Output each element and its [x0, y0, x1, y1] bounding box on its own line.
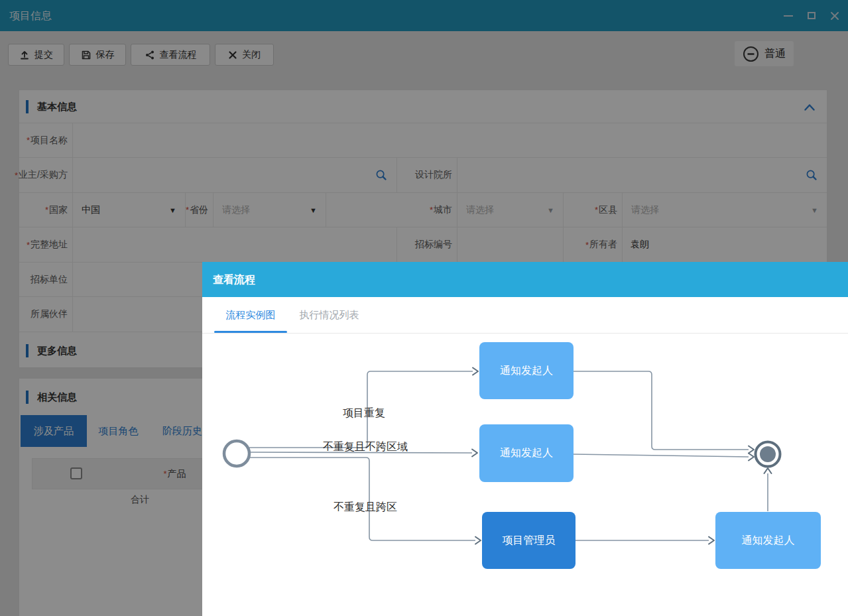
tab-process-diagram[interactable]: 流程实例图 [214, 297, 287, 333]
arrowhead [749, 446, 754, 454]
edge-label-duplicate: 项目重复 [343, 406, 385, 420]
arrowhead [709, 537, 714, 544]
view-process-modal: 查看流程 流程实例图 执行情况列表 [202, 262, 848, 616]
arrowhead [475, 537, 481, 544]
modal-title: 查看流程 [213, 262, 255, 297]
flow-node-notify-initiator-mid: 通知发起人 [479, 424, 574, 482]
tab-execution-list[interactable]: 执行情况列表 [295, 297, 363, 333]
edge-label-no-dup-cross: 不重复且跨区 [333, 501, 397, 515]
arrowhead [472, 450, 477, 457]
edge-label-no-dup-no-cross: 不重复且不跨区域 [323, 440, 408, 454]
flow-node-notify-initiator-end: 通知发起人 [715, 512, 821, 569]
modal-tabs: 流程实例图 执行情况列表 [202, 297, 848, 334]
flow-node-project-admin: 项目管理员 [482, 512, 575, 569]
arrowhead [764, 468, 772, 473]
project-info-window: 项目信息 提交 保存 查看流程 关闭 普通 基本信息 [0, 0, 848, 616]
modal-header: 查看流程 [202, 262, 848, 297]
start-node [224, 441, 249, 466]
arrowhead [749, 454, 754, 461]
end-node-core [760, 446, 776, 462]
arrowhead [473, 368, 478, 375]
flow-node-notify-initiator-top: 通知发起人 [479, 342, 574, 399]
